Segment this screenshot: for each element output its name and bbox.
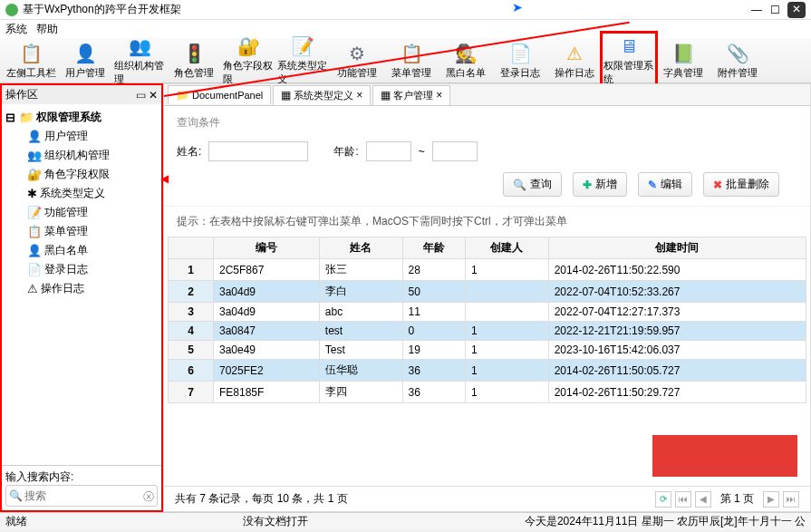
toolbar-role-mgmt[interactable]: 🚦角色管理 xyxy=(167,40,221,82)
toolbar-org-mgmt[interactable]: 👥组织机构管理 xyxy=(112,33,167,88)
range-sep: ~ xyxy=(419,145,425,158)
tree-item[interactable]: 👤黑白名单 xyxy=(5,241,158,260)
tree-root-label: 权限管理系统 xyxy=(36,110,101,125)
last-page-button[interactable]: ⏭ xyxy=(783,491,799,508)
minimize-button[interactable]: — xyxy=(748,4,766,16)
toolbar-user-mgmt[interactable]: 👤用户管理 xyxy=(58,40,112,82)
tree-icon: ✱ xyxy=(27,187,37,200)
table-row[interactable]: 67025FE2伍华聪3612014-02-26T11:50:05.727 xyxy=(169,360,806,382)
table-row[interactable]: 7FE8185F李四3612014-02-26T11:50:29.727 xyxy=(169,382,806,403)
delete-button[interactable]: ✖批量删除 xyxy=(703,172,779,197)
tab-label: DocumentPanel xyxy=(192,90,263,101)
search-label: 输入搜索内容: xyxy=(5,469,158,485)
toolbar-systype[interactable]: 📝系统类型定义 xyxy=(275,33,330,88)
tree-item[interactable]: 👤用户管理 xyxy=(5,127,158,146)
edit-button[interactable]: ✎编辑 xyxy=(638,172,692,197)
row-num: 5 xyxy=(169,341,214,360)
table-header[interactable]: 创建时间 xyxy=(548,237,806,259)
tree-label: 用户管理 xyxy=(44,129,88,144)
op-log-icon: ⚠ xyxy=(562,42,587,65)
func-mgmt-icon: ⚙ xyxy=(344,42,370,65)
name-label: 姓名: xyxy=(177,144,201,160)
tree-item[interactable]: 🔐角色字段权限 xyxy=(5,165,158,184)
table-header[interactable]: 创建人 xyxy=(465,237,548,259)
toolbar-label: 附件管理 xyxy=(718,66,758,80)
cell-time: 2014-02-26T11:50:22.590 xyxy=(548,259,806,281)
toolbar-login-log[interactable]: 📄登录日志 xyxy=(493,40,547,82)
toolbar-perm-sys[interactable]: 🖥权限管理系统 xyxy=(602,33,656,88)
content: ◀ 📁DocumentPanel▦系统类型定义×▦客户管理× 查询条件 姓名: … xyxy=(163,83,811,512)
tab[interactable]: ▦客户管理× xyxy=(372,85,450,105)
age-to-input[interactable] xyxy=(432,141,478,161)
menu-mgmt-icon: 📋 xyxy=(399,42,424,65)
tree-item[interactable]: 👥组织机构管理 xyxy=(5,146,158,165)
table-row[interactable]: 12C5F867张三2812014-02-26T11:50:22.590 xyxy=(169,259,806,281)
add-button[interactable]: ✚新增 xyxy=(573,172,627,197)
clear-icon[interactable]: ⓧ xyxy=(143,489,154,505)
cell-time: 2014-02-26T11:50:05.727 xyxy=(548,360,806,382)
sidebar: 操作区 ▭ ✕ ⊟ 📁 权限管理系统 👤用户管理👥组织机构管理🔐角色字段权限✱系… xyxy=(0,83,163,512)
cell-creator: 1 xyxy=(465,341,548,360)
table-header[interactable]: 编号 xyxy=(214,237,320,259)
row-num: 4 xyxy=(169,322,214,341)
tab-close[interactable]: × xyxy=(436,89,442,102)
tree-root[interactable]: ⊟ 📁 权限管理系统 xyxy=(5,108,158,127)
titlebar: 基于WxPython的跨平台开发框架 — ☐ ✕ xyxy=(0,0,811,20)
toolbar-attach-mgmt[interactable]: 📎附件管理 xyxy=(710,40,765,82)
cell-id: 7025FE2 xyxy=(214,360,320,382)
name-input[interactable] xyxy=(208,141,308,161)
toolbar-dict-mgmt[interactable]: 📗字典管理 xyxy=(656,40,710,82)
tree: ⊟ 📁 权限管理系统 👤用户管理👥组织机构管理🔐角色字段权限✱系统类型定义📝功能… xyxy=(2,104,161,465)
table-row[interactable]: 43a0847test012022-12-21T21:19:59.957 xyxy=(169,322,806,341)
tree-item[interactable]: 📝功能管理 xyxy=(5,203,158,222)
table-row[interactable]: 33a04d9abc112022-07-04T12:27:17.373 xyxy=(169,303,806,322)
tab-close[interactable]: × xyxy=(356,89,362,102)
cell-age: 36 xyxy=(402,382,465,403)
cell-creator: 1 xyxy=(465,259,548,281)
row-num: 1 xyxy=(169,259,214,281)
tab-label: 客户管理 xyxy=(393,89,433,102)
tree-icon: 👤 xyxy=(27,130,42,143)
first-page-button[interactable]: ⏮ xyxy=(675,491,691,508)
toolbar-label: 字典管理 xyxy=(663,66,703,80)
cell-creator xyxy=(465,281,548,303)
prev-page-button[interactable]: ◀ xyxy=(695,491,711,508)
tree-item[interactable]: 📄登录日志 xyxy=(5,260,158,279)
cell-creator: 1 xyxy=(465,360,548,382)
query-button[interactable]: 🔍查询 xyxy=(503,172,562,197)
toolbar-label: 左侧工具栏 xyxy=(6,66,56,80)
refresh-button[interactable]: ⟳ xyxy=(655,491,671,508)
table-row[interactable]: 53a0e49Test1912023-10-16T15:42:06.037 xyxy=(169,341,806,360)
tree-item[interactable]: ✱系统类型定义 xyxy=(5,184,158,203)
toolbar-label: 操作日志 xyxy=(555,66,594,80)
row-num: 3 xyxy=(169,303,214,322)
tab[interactable]: ▦系统类型定义× xyxy=(273,85,371,105)
table-row[interactable]: 23a04d9李白502022-07-04T10:52:33.267 xyxy=(169,281,806,303)
search-input[interactable] xyxy=(5,485,158,507)
plus-icon: ✚ xyxy=(583,179,592,191)
tree-item[interactable]: 📋菜单管理 xyxy=(5,222,158,241)
pencil-icon: ✎ xyxy=(648,179,657,191)
row-num: 6 xyxy=(169,360,214,382)
cell-name: Test xyxy=(319,341,402,360)
menu-system[interactable]: 系统 xyxy=(5,22,27,37)
table-header[interactable]: 年龄 xyxy=(402,237,465,259)
menu-help[interactable]: 帮助 xyxy=(36,22,58,37)
toolbar-left-sidebar[interactable]: 📋左侧工具栏 xyxy=(4,40,58,82)
age-from-input[interactable] xyxy=(366,141,411,161)
cell-age: 28 xyxy=(402,259,465,281)
cell-age: 50 xyxy=(402,281,465,303)
app-icon xyxy=(5,4,18,16)
toolbar-op-log[interactable]: ⚠操作日志 xyxy=(547,40,602,82)
sidebar-controls[interactable]: ▭ ✕ xyxy=(136,89,158,102)
login-log-icon: 📄 xyxy=(507,42,533,65)
tree-item[interactable]: ⚠操作日志 xyxy=(5,279,158,298)
next-page-button[interactable]: ▶ xyxy=(763,491,779,508)
tree-label: 黑白名单 xyxy=(44,243,88,258)
cell-id: FE8185F xyxy=(214,382,320,403)
toolbar-func-mgmt[interactable]: ⚙功能管理 xyxy=(330,40,384,82)
table-header[interactable]: 姓名 xyxy=(319,237,402,259)
maximize-button[interactable]: ☐ xyxy=(766,4,784,16)
close-button[interactable]: ✕ xyxy=(787,2,806,18)
table-header[interactable] xyxy=(169,237,214,259)
